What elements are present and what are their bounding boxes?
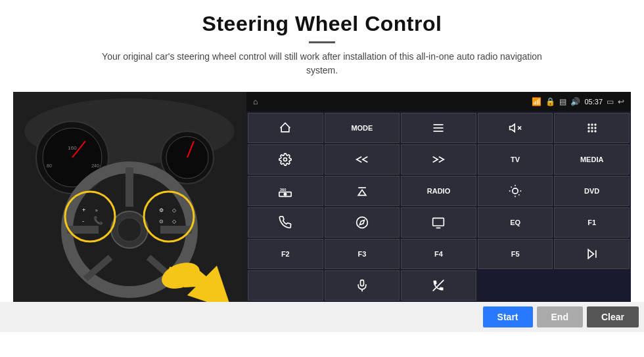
btn-empty1 <box>478 270 553 301</box>
btn-brightness[interactable] <box>478 176 553 206</box>
status-left: ⌂ <box>253 97 258 106</box>
btn-dvd[interactable]: DVD <box>554 176 630 206</box>
svg-point-44 <box>587 130 589 132</box>
svg-text:360: 360 <box>280 188 287 192</box>
svg-point-40 <box>594 123 596 125</box>
back-icon: ↩ <box>618 97 624 106</box>
svg-marker-64 <box>588 249 593 258</box>
page-header: Steering Wheel Control Your original car… <box>0 0 644 84</box>
svg-rect-68 <box>360 280 363 286</box>
svg-point-53 <box>513 188 518 194</box>
end-button[interactable]: End <box>537 306 583 327</box>
svg-point-46 <box>594 130 596 132</box>
btn-eject[interactable] <box>325 176 400 206</box>
svg-point-45 <box>591 130 593 132</box>
btn-f2[interactable]: F2 <box>248 239 323 269</box>
btn-f3[interactable]: F3 <box>325 239 400 269</box>
btn-rewind[interactable] <box>325 144 400 175</box>
btn-forward[interactable] <box>401 144 476 175</box>
svg-point-41 <box>587 127 589 129</box>
svg-text:◇: ◇ <box>172 207 177 213</box>
svg-point-38 <box>587 123 589 125</box>
start-button[interactable]: Start <box>483 306 533 327</box>
svg-point-18 <box>118 218 141 242</box>
svg-marker-61 <box>359 220 364 224</box>
screen-icon: ▭ <box>607 97 614 106</box>
btn-360cam[interactable]: 360 <box>248 176 323 206</box>
sd-icon: ▤ <box>559 97 566 106</box>
svg-text:📞: 📞 <box>93 215 103 225</box>
svg-rect-62 <box>433 218 444 226</box>
btn-music[interactable] <box>248 270 323 301</box>
btn-phone[interactable] <box>248 207 323 238</box>
svg-text:◇: ◇ <box>172 219 177 224</box>
svg-text:160: 160 <box>68 145 77 151</box>
page-subtitle: Your original car's steering wheel contr… <box>92 50 552 77</box>
svg-point-42 <box>591 127 593 129</box>
title-divider <box>309 41 335 43</box>
status-bar: ⌂ 📶 🔒 ▤ 🔊 05:37 ▭ ↩ <box>246 92 631 112</box>
btn-f1[interactable]: F1 <box>554 207 630 238</box>
btn-f5[interactable]: F5 <box>478 239 553 269</box>
bottom-bar: Start End Clear <box>0 302 644 332</box>
btn-list[interactable] <box>401 113 476 143</box>
btn-radio[interactable]: RADIO <box>401 176 476 206</box>
btn-call-end[interactable] <box>401 270 476 301</box>
btn-f4[interactable]: F4 <box>401 239 476 269</box>
btn-apps[interactable] <box>554 113 630 143</box>
btn-screen[interactable] <box>401 207 476 238</box>
svg-marker-35 <box>510 124 515 132</box>
btn-eq[interactable]: EQ <box>478 207 553 238</box>
home-icon: ⌂ <box>253 97 258 106</box>
steering-wheel-illustration: 160 80 240 <box>13 92 246 302</box>
btn-play-pause[interactable] <box>554 239 630 269</box>
svg-point-39 <box>591 123 593 125</box>
button-grid: MODE TV MEDIA 360 <box>246 112 631 302</box>
svg-point-60 <box>357 217 368 228</box>
radio-panel: ⌂ 📶 🔒 ▤ 🔊 05:37 ▭ ↩ MODE <box>246 92 631 302</box>
steering-bg: 160 80 240 <box>13 92 246 302</box>
car-image: 160 80 240 <box>13 92 246 302</box>
svg-text:-: - <box>82 218 84 224</box>
svg-line-57 <box>518 194 519 195</box>
btn-mic[interactable] <box>325 270 400 301</box>
svg-text:⊙: ⊙ <box>159 219 164 224</box>
svg-line-56 <box>511 187 512 188</box>
content-area: 160 80 240 <box>13 92 631 302</box>
wifi-icon: 📶 <box>532 97 541 106</box>
svg-text:+: + <box>82 207 85 213</box>
bt-icon: 🔊 <box>570 97 580 106</box>
btn-mode[interactable]: MODE <box>325 113 400 143</box>
btn-mute[interactable] <box>478 113 553 143</box>
page-title: Steering Wheel Control <box>13 12 631 36</box>
btn-tv[interactable]: TV <box>478 144 553 175</box>
status-right: 📶 🔒 ▤ 🔊 05:37 ▭ ↩ <box>532 97 624 106</box>
btn-nav[interactable] <box>325 207 400 238</box>
svg-point-50 <box>285 193 287 195</box>
btn-home[interactable] <box>248 113 323 143</box>
lock-icon: 🔒 <box>545 97 555 106</box>
svg-point-47 <box>284 158 287 161</box>
clear-button[interactable]: Clear <box>587 306 639 327</box>
svg-marker-51 <box>358 190 366 195</box>
svg-text:240: 240 <box>91 163 99 168</box>
svg-text:⚙: ⚙ <box>159 207 164 213</box>
btn-media[interactable]: MEDIA <box>554 144 630 175</box>
btn-settings[interactable] <box>248 144 323 175</box>
svg-text:80: 80 <box>47 163 52 168</box>
svg-point-43 <box>594 127 596 129</box>
clock: 05:37 <box>584 98 603 106</box>
btn-empty2 <box>554 270 630 301</box>
svg-text:≈: ≈ <box>95 208 98 213</box>
